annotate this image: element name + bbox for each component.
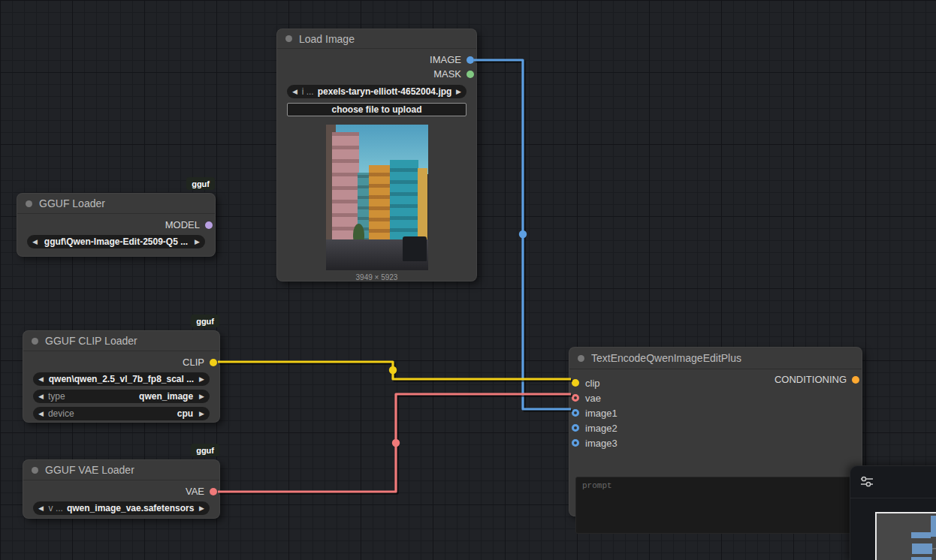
node-gguf-vae-loader[interactable]: gguf GGUF VAE Loader VAE ◀ v ... qwen_im… [23,459,220,519]
preview-photo-car [403,236,427,261]
input-label: vae [585,393,601,404]
image-link-midpoint-dot[interactable] [519,230,527,238]
combo-left-arrow-icon[interactable]: ◀ [38,375,44,383]
collapse-dot-icon[interactable] [26,200,32,207]
collapse-dot-icon[interactable] [578,355,584,362]
output-label: VAE [186,486,204,497]
node-header[interactable] [850,466,936,498]
image-file-combo[interactable]: ◀ i ... pexels-taryn-elliott-4652004.jpg… [287,85,466,98]
input-row-vae: vae [569,390,862,405]
model-name-combo[interactable]: ◀ gguf\Qwen-Image-Edit-2509-Q5 ... ▶ [27,235,205,248]
combo-right-arrow-icon[interactable]: ▶ [199,393,204,400]
node-partial-bottom-right[interactable] [850,465,936,560]
model-output-port[interactable] [205,221,213,229]
output-label: MASK [433,68,461,80]
combo-value: qwen_image_vae.safetensors [67,503,194,513]
choose-file-button[interactable]: choose file to upload [287,103,466,116]
preview-photo-building [418,168,428,244]
clip-link-midpoint-dot[interactable] [389,366,397,374]
node-header[interactable]: Load Image [277,29,476,49]
combo-left-arrow-icon[interactable]: ◀ [38,504,44,512]
clip-link[interactable] [218,362,571,379]
node-header[interactable]: GGUF Loader [17,194,215,214]
gguf-badge: gguf [191,315,219,327]
combo-label: device [48,408,177,419]
combo-value: qwen_image [139,391,193,402]
combo-right-arrow-icon[interactable]: ▶ [195,238,200,245]
clip-output-port[interactable] [210,359,217,366]
combo-value: cpu [177,408,193,419]
output-row-model: MODEL [17,218,215,232]
output-row-clip: CLIP [23,355,219,369]
node-text-encode-qwen-image-edit-plus[interactable]: TextEncodeQwenImageEditPlus clip vae ima… [569,347,862,516]
combo-left-arrow-icon[interactable]: ◀ [292,88,297,95]
node-title: TextEncodeQwenImageEditPlus [591,352,741,364]
output-row-mask: MASK [277,67,476,81]
sliders-icon[interactable] [859,474,874,489]
prompt-textarea[interactable] [575,477,857,534]
node-header[interactable]: GGUF CLIP Loader [23,331,219,351]
collapse-dot-icon[interactable] [32,338,38,345]
node-header[interactable]: TextEncodeQwenImageEditPlus [569,348,862,369]
gguf-badge: gguf [191,444,219,456]
node-graph-canvas[interactable]: Load Image IMAGE MASK ◀ i ... pexels-tar… [0,0,936,560]
combo-label: i ... [302,86,314,97]
preview-block [911,557,931,560]
image2-input-port[interactable] [572,424,579,432]
image-link[interactable] [474,60,571,409]
combo-value: qwen\qwen_2.5_vl_7b_fp8_scal ... [49,374,194,384]
collapse-dot-icon[interactable] [32,467,38,474]
combo-right-arrow-icon[interactable]: ▶ [199,375,204,383]
node-gguf-clip-loader[interactable]: gguf GGUF CLIP Loader CLIP ◀ qwen\qwen_2… [23,330,220,423]
vae-name-combo[interactable]: ◀ v ... qwen_image_vae.safetensors ▶ [33,501,210,515]
node-title: Load Image [299,33,355,45]
preview-block [931,516,936,537]
combo-left-arrow-icon[interactable]: ◀ [38,393,44,400]
combo-right-arrow-icon[interactable]: ▶ [199,410,204,417]
node-title: GGUF CLIP Loader [45,335,137,347]
output-row-vae: VAE [23,484,219,498]
combo-left-arrow-icon[interactable]: ◀ [38,410,44,417]
device-combo[interactable]: ◀ device cpu ▶ [33,407,210,420]
vae-input-port[interactable] [572,394,579,402]
preview-block [911,532,931,538]
output-row-image: IMAGE [277,53,476,67]
image-dimensions-label: 3949 × 5923 [277,273,476,282]
combo-value: gguf\Qwen-Image-Edit-2509-Q5 ... [44,236,188,247]
conditioning-output-port[interactable] [852,376,859,384]
type-combo[interactable]: ◀ type qwen_image ▶ [33,390,210,403]
vae-output-port[interactable] [210,488,217,495]
node-header[interactable]: GGUF VAE Loader [23,460,219,480]
input-label: image2 [585,423,617,434]
node-gguf-loader[interactable]: gguf GGUF Loader MODEL ◀ gguf\Qwen-Image… [17,193,216,257]
collapse-dot-icon[interactable] [285,35,292,42]
combo-right-arrow-icon[interactable]: ▶ [199,504,204,512]
image-preview [326,125,428,270]
output-label: CONDITIONING [774,374,847,385]
combo-value: pexels-taryn-elliott-4652004.jpg [318,86,452,97]
image3-input-port[interactable] [572,439,579,447]
workflow-image-preview [875,512,936,560]
mask-output-port[interactable] [466,71,474,78]
combo-right-arrow-icon[interactable]: ▶ [456,88,461,95]
clip-name-combo[interactable]: ◀ qwen\qwen_2.5_vl_7b_fp8_scal ... ▶ [33,372,210,386]
input-row-image1: image1 [569,405,862,420]
node-title: GGUF VAE Loader [45,464,134,476]
image1-input-port[interactable] [572,409,579,417]
combo-left-arrow-icon[interactable]: ◀ [32,238,38,245]
input-label: image1 [585,408,617,419]
input-label: clip [585,378,600,389]
combo-label: type [48,391,139,402]
vae-link-midpoint-dot[interactable] [392,439,400,447]
vae-link-shadow [219,396,572,493]
image-output-port[interactable] [466,56,474,64]
input-row-image3: image3 [569,435,862,450]
vae-link[interactable] [218,394,571,492]
clip-input-port[interactable] [572,379,579,387]
image-link-shadow [476,62,572,411]
combo-label: v ... [49,503,63,513]
output-label: MODEL [165,219,200,230]
input-label: image3 [585,438,617,449]
preview-block [912,543,932,554]
node-load-image[interactable]: Load Image IMAGE MASK ◀ i ... pexels-tar… [276,29,477,282]
